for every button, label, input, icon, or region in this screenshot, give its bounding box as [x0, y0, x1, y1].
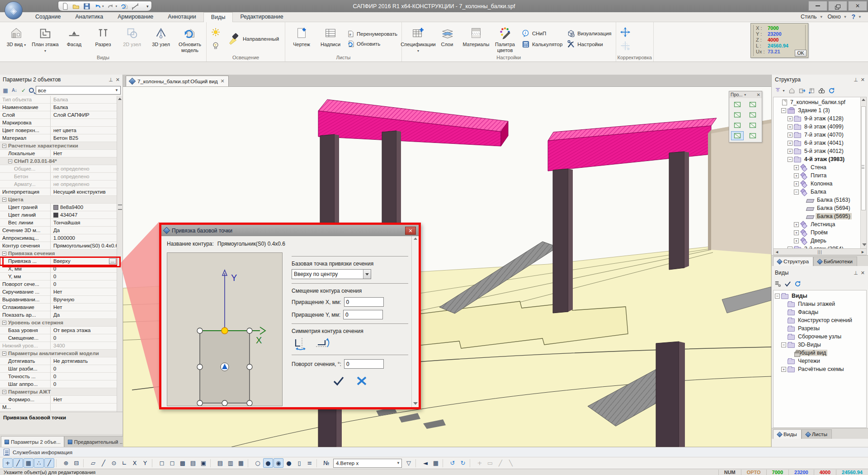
- panel-close-icon[interactable]: ✕: [116, 77, 120, 83]
- план-этажа-button[interactable]: План этажа ▾: [31, 24, 59, 54]
- structure-tree-item[interactable]: +Дверь: [775, 237, 866, 245]
- service-info-bar[interactable]: Служебная информация: [0, 447, 868, 457]
- ribbon-tab-4[interactable]: Аннотации: [160, 12, 203, 22]
- property-row[interactable]: НаименованиеБалка: [0, 104, 117, 111]
- door-view-icon[interactable]: ▯: [294, 458, 304, 468]
- tree-expander-icon[interactable]: +: [781, 367, 786, 372]
- property-section[interactable]: −Расчетные характеристики: [0, 142, 117, 150]
- ribbon-tab-2[interactable]: Аналитика: [68, 12, 110, 22]
- sort-az-icon[interactable]: A↓: [11, 87, 18, 94]
- фасад-button[interactable]: Фасад: [60, 24, 88, 54]
- panel-close-icon[interactable]: ✕: [861, 270, 865, 276]
- close-button[interactable]: ✕: [848, 1, 867, 11]
- ribbon-tab-1[interactable]: Создание: [28, 12, 68, 22]
- dy-input[interactable]: [343, 310, 383, 319]
- find-binoculars-icon[interactable]: [818, 87, 825, 94]
- property-row[interactable]: Шаг аппро...0: [0, 380, 117, 388]
- view-settings-icon[interactable]: [774, 280, 781, 287]
- load-case-combo[interactable]: 4.Ветер x▼: [333, 459, 402, 468]
- property-row[interactable]: Точность ...0: [0, 373, 117, 380]
- projection-front-icon[interactable]: [746, 100, 759, 109]
- structure-tree-item[interactable]: +Плита: [775, 171, 866, 180]
- projection-panel-close-icon[interactable]: ✕: [757, 92, 760, 97]
- views-tree-item[interactable]: Сборочные узлы: [775, 332, 866, 341]
- property-row[interactable]: М...: [0, 404, 117, 411]
- lock-x-icon[interactable]: X: [130, 458, 140, 468]
- настройки-button[interactable]: Настройки: [567, 40, 611, 48]
- property-row[interactable]: Цвет граней8e8a9400: [0, 204, 117, 211]
- tree-expander-icon[interactable]: −: [781, 108, 786, 113]
- draw-line-icon[interactable]: ╱: [99, 458, 108, 468]
- property-section[interactable]: −Параметры аналитической модели: [0, 350, 117, 357]
- view-document-icon[interactable]: ▤: [188, 458, 198, 468]
- views-panel-tab[interactable]: Листы: [802, 429, 832, 439]
- property-row[interactable]: Шаг разби...0: [0, 365, 117, 373]
- property-section[interactable]: −Цвета: [0, 196, 117, 204]
- обновить-модель-button[interactable]: Обновить модель: [176, 24, 204, 54]
- refresh-structure-icon[interactable]: [828, 87, 835, 94]
- snap-endpoint-icon[interactable]: +: [3, 458, 13, 468]
- section-preview-canvas[interactable]: Y X: [167, 252, 283, 406]
- restore-button[interactable]: [828, 1, 847, 11]
- dx-input[interactable]: [344, 297, 384, 307]
- views-panel-tab[interactable]: Виды: [773, 429, 802, 439]
- 2d-узел-button[interactable]: 2D узел: [118, 24, 146, 54]
- notebook-icon[interactable]: ▦: [236, 458, 246, 468]
- go-home-icon[interactable]: [788, 87, 795, 94]
- quick-access-more-icon[interactable]: ▾: [146, 4, 149, 9]
- snap-line-icon[interactable]: ╱: [13, 458, 23, 468]
- undo-icon[interactable]: [94, 2, 101, 10]
- snap-angle-icon[interactable]: ╱: [44, 458, 54, 468]
- tree-expander-icon[interactable]: −: [781, 342, 786, 347]
- structure-tree-item[interactable]: −Здание 1 (3): [775, 106, 866, 114]
- structure-tree-item[interactable]: +6-й этаж (4041): [775, 139, 866, 147]
- structure-tree-item[interactable]: +Стена: [775, 163, 866, 171]
- tree-expander-icon[interactable]: +: [788, 124, 793, 129]
- table-filter-icon[interactable]: ▦: [431, 458, 441, 468]
- tree-expander-icon[interactable]: +: [794, 230, 799, 235]
- point-light-button[interactable]: Y: [211, 41, 221, 51]
- projection-back-icon[interactable]: [731, 121, 744, 130]
- views-tree-item[interactable]: Планы этажей: [775, 300, 866, 308]
- structure-tree-item[interactable]: Балка (5695): [775, 212, 866, 220]
- zoom-window-icon[interactable]: ▭: [485, 458, 495, 468]
- property-row[interactable]: Вес линииТончайшая: [0, 219, 117, 227]
- ambient-light-button[interactable]: [211, 27, 221, 37]
- apply-view-icon[interactable]: [784, 280, 791, 287]
- export-structure-icon[interactable]: [798, 87, 805, 94]
- снип-button[interactable]: iСНиП: [522, 29, 562, 38]
- projection-bottom-icon[interactable]: [746, 121, 759, 130]
- калькулятор-button[interactable]: Калькулятор: [522, 40, 562, 48]
- property-row[interactable]: Y, мм0: [0, 273, 117, 280]
- обновить-button[interactable]: Обновить: [347, 40, 397, 48]
- panel-close-icon[interactable]: ✕: [861, 77, 865, 83]
- light-off-icon[interactable]: ○: [253, 458, 263, 468]
- tree-expander-icon[interactable]: +: [794, 173, 799, 178]
- measure-2-icon[interactable]: ╲: [506, 458, 516, 468]
- menu-1[interactable]: Стиль: [801, 14, 817, 20]
- разрез-button[interactable]: Разрез: [89, 24, 117, 54]
- property-row[interactable]: Бетонне определено: [0, 173, 117, 180]
- слои-button[interactable]: Слои: [433, 24, 461, 54]
- minimize-button[interactable]: [808, 1, 827, 11]
- redo-icon[interactable]: [107, 2, 115, 10]
- property-section[interactable]: −Параметры АЖТ: [0, 388, 117, 396]
- document-tab-close-icon[interactable]: ✕: [221, 78, 225, 84]
- tree-expander-icon[interactable]: −: [794, 190, 799, 195]
- display-list-icon[interactable]: ≡: [305, 458, 315, 468]
- light-spot-icon[interactable]: ●: [284, 458, 294, 468]
- property-row[interactable]: Армату...не определено: [0, 180, 117, 188]
- чертеж-button[interactable]: Чертеж: [288, 24, 316, 54]
- views-tree-item[interactable]: +Расчётные схемы: [775, 365, 866, 373]
- structure-tree-item[interactable]: +5-й этаж (4012): [775, 147, 866, 155]
- property-row[interactable]: МатериалБетон B25: [0, 134, 117, 142]
- perpendicular-mode-icon[interactable]: ∟: [119, 458, 129, 468]
- projection-left-icon[interactable]: [731, 110, 744, 119]
- projection-top-icon[interactable]: [731, 100, 744, 109]
- надписи-button[interactable]: Надписи: [316, 24, 344, 54]
- flip-horizontal-button[interactable]: [315, 337, 331, 351]
- спецификации-button[interactable]: Спецификации ▾: [404, 24, 432, 54]
- filter-dropdown[interactable]: все ▼: [36, 86, 121, 95]
- new-document-icon[interactable]: [61, 2, 69, 10]
- app-logo-icon[interactable]: ◈: [5, 1, 23, 19]
